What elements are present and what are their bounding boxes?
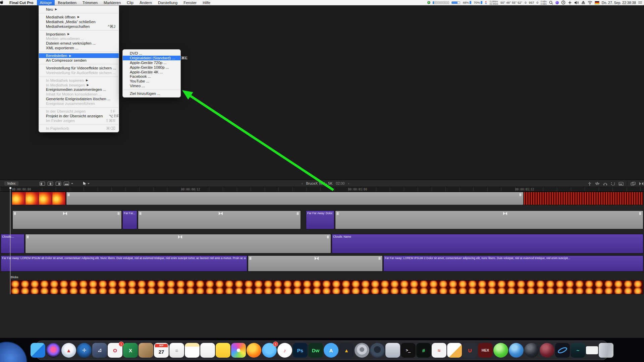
counter-widget[interactable]: 0 [525, 1, 526, 4]
skimming-toggle[interactable] [588, 182, 592, 186]
dock-calendar[interactable]: SEP27 [154, 343, 169, 358]
compare-frames-button[interactable] [631, 182, 636, 186]
counter-widget[interactable]: 957 [529, 1, 534, 4]
menu-item[interactable]: In Mediathek bewegen ▶ [39, 83, 119, 87]
search-icon[interactable] [549, 1, 553, 5]
dock-excel[interactable]: X [123, 343, 138, 358]
menubar-clock[interactable]: Do. 27. Sep. 22:38:38 [602, 1, 636, 5]
dock-opera-browser[interactable]: O1 [108, 343, 122, 358]
audio-skimming-toggle[interactable] [595, 182, 600, 186]
wifi-icon[interactable] [588, 1, 592, 4]
next-project-icon[interactable]: › [348, 181, 349, 185]
cpu-cores-widget[interactable] [433, 1, 449, 4]
menu-item[interactable] [39, 13, 118, 13]
menu-title[interactable]: Markieren [101, 0, 124, 5]
timeline-track-area[interactable]: Far Far...Far Far Away: Dolor...Clouds:.… [0, 192, 644, 338]
network-speeds-widget[interactable]: 11.8Kb/s43.4Kb/s [489, 0, 498, 5]
menu-item[interactable] [39, 124, 118, 125]
index-button[interactable]: Index [4, 181, 19, 186]
memory-widget[interactable] [451, 1, 460, 4]
menu-item[interactable]: In der Übersicht zeigen ⇧F [39, 109, 119, 114]
submenu-item[interactable]: Originaldatei (Standard) ... ⌘E [123, 56, 180, 60]
clip-thumbs[interactable] [12, 192, 66, 205]
menu-title[interactable]: Clip [124, 0, 137, 5]
dock-books-app[interactable] [139, 343, 153, 358]
app-status-icon[interactable] [555, 1, 559, 4]
dock-node-graph[interactable]: # [416, 343, 431, 358]
connect-clip-button[interactable] [40, 182, 45, 186]
menu-item[interactable]: Inhalt für Motion konsolidieren ... [39, 92, 119, 97]
clip-gray[interactable] [248, 255, 383, 272]
menu-item[interactable]: Mediathekseigenschaften ^⌘J [39, 24, 119, 29]
menu-item[interactable] [39, 107, 118, 108]
menu-item[interactable] [39, 76, 118, 77]
temperature-widget[interactable]: 50° 48° 55° 52° [500, 1, 522, 4]
menu-item[interactable]: Dateien erneut verknüpfen ... [39, 41, 119, 46]
menu-title[interactable]: Bearbeiten [55, 0, 79, 5]
dock-dreamweaver[interactable]: Dw [308, 343, 323, 358]
menu-item[interactable]: Bereitstellen ▶ [39, 53, 119, 58]
dock-blue-ball[interactable] [509, 343, 524, 358]
dock-blueprint-tool[interactable]: ⊿ [92, 343, 107, 358]
clip-appearance-button[interactable] [619, 182, 624, 186]
submenu-item[interactable]: Apple-Geräte 4K ... [123, 70, 180, 74]
dock-finder[interactable] [31, 343, 45, 358]
dock-sketch-ellipse[interactable] [555, 343, 570, 358]
clip-purple[interactable]: Clouds:... [1, 234, 24, 253]
menu-item[interactable]: Mediathek „Media“ schließen [39, 19, 119, 24]
dock-trash[interactable] [599, 343, 613, 358]
dock-terminal[interactable]: >_ [401, 343, 416, 358]
volume-icon[interactable] [574, 1, 579, 5]
menu-item[interactable]: Voreinstellung für Audioeffekte sichern … [39, 70, 119, 75]
time-machine-icon[interactable] [561, 0, 566, 5]
apple-menu[interactable] [0, 0, 9, 5]
dock-textedit[interactable]: ≡ [169, 343, 184, 358]
clip-gray[interactable] [25, 234, 331, 253]
clip-purple[interactable]: Far Far Away: LOREM IPSUM ab Dolor sit a… [1, 255, 247, 272]
eject-icon[interactable] [581, 1, 585, 4]
status-green-dot-icon[interactable] [427, 1, 430, 4]
dock-black-ball[interactable] [524, 343, 539, 358]
dock-maroon-ball[interactable] [540, 343, 554, 358]
transition-icon[interactable] [315, 257, 319, 260]
transition-icon[interactable] [63, 212, 67, 215]
dock-design-pen-tool[interactable]: ▲ [339, 343, 354, 358]
counter-widget[interactable]: 0 [536, 1, 538, 4]
dock-app-store[interactable]: A [324, 343, 338, 358]
transition-icon[interactable] [178, 235, 182, 239]
memory-percent-widget[interactable]: 70% [474, 1, 482, 4]
clip-purple[interactable]: Far Far Away: LOREM IPSUM 2 Dolor sit am… [383, 255, 643, 272]
submenu-item[interactable]: YouTube ... [123, 79, 180, 83]
clip-purple[interactable]: Far Far... [122, 210, 137, 229]
menu-title[interactable]: Darstellung [155, 0, 180, 5]
menu-title[interactable]: Fenster [180, 0, 200, 5]
menu-title[interactable]: Hilfe [200, 0, 213, 5]
dock-lab-tool[interactable] [385, 343, 400, 358]
menu-item[interactable]: XML exportieren ... [39, 46, 119, 50]
app-menu-title[interactable]: Final Cut Pro [9, 1, 37, 5]
snapping-toggle[interactable] [611, 182, 615, 186]
menu-item[interactable]: Voreinstellung für Videoeffekte sichern … [39, 66, 119, 70]
menu-item[interactable]: Neu ▶ [39, 7, 119, 12]
dock-siri[interactable] [46, 343, 61, 358]
append-clip-button[interactable] [56, 182, 61, 186]
submenu-item[interactable]: DVD ... [123, 51, 180, 56]
playhead[interactable] [10, 187, 10, 294]
menu-item[interactable]: Ereignisse zusammenführen [39, 101, 119, 106]
menu-item[interactable] [39, 52, 118, 52]
menu-item[interactable]: Mediathek öffnen ▶ [39, 15, 119, 19]
dock-green-ball[interactable] [493, 343, 508, 358]
dock-hex-editor[interactable]: HEX [478, 343, 493, 358]
dock-paint-app[interactable] [447, 343, 462, 358]
input-language-flag-icon[interactable] [595, 1, 599, 4]
clip-purple[interactable]: Clouds: Name [332, 234, 643, 253]
dock-system-preferences[interactable] [355, 343, 369, 358]
clip-purple[interactable]: Far Far Away: Dolor... [306, 210, 334, 229]
menu-item[interactable]: In Papierkorb ⌘⌫ [39, 126, 119, 131]
dock-messages[interactable]: 5 [262, 343, 277, 358]
menu-item[interactable] [39, 64, 118, 64]
dock-safari-compass[interactable]: ✛ [77, 343, 92, 358]
dock-camera-lens[interactable] [370, 343, 385, 358]
menu-item[interactable]: Generierte Ereignisdateien löschen ... [39, 97, 119, 101]
crosshair-icon[interactable] [568, 1, 572, 5]
